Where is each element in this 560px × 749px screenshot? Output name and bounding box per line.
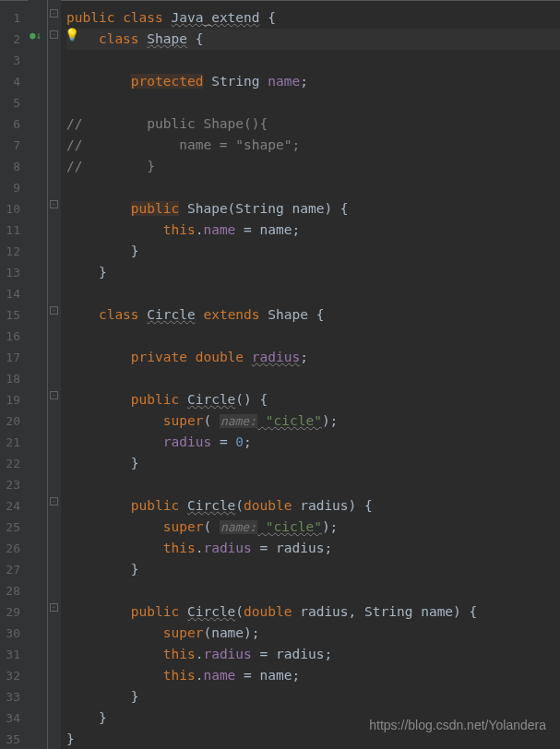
code-line[interactable]: this.name = name;: [66, 665, 560, 686]
line-number: 5: [0, 92, 28, 113]
code-line[interactable]: }: [66, 686, 560, 707]
fold-toggle-icon[interactable]: -: [50, 497, 58, 505]
line-number: 27: [0, 559, 28, 580]
code-line[interactable]: class Circle extends Shape {: [66, 304, 560, 326]
line-number: 13: [0, 262, 28, 283]
code-line[interactable]: }: [66, 262, 560, 283]
code-line[interactable]: super( name: "cicle");: [66, 410, 560, 432]
line-number: 25: [0, 517, 28, 538]
run-gutter-icon[interactable]: ●↓: [30, 30, 42, 42]
line-number: 6: [0, 113, 28, 135]
code-line[interactable]: this.name = name;: [66, 220, 560, 241]
code-line[interactable]: }: [66, 241, 560, 262]
code-line[interactable]: public Circle(double radius, String name…: [66, 601, 560, 623]
gutter-icons: ●↓: [28, 0, 48, 749]
code-line[interactable]: this.radius = radius;: [66, 644, 560, 665]
line-number: 22: [0, 453, 28, 474]
line-number: 4: [0, 71, 28, 92]
code-line[interactable]: // name = "shape";: [66, 135, 560, 156]
code-line[interactable]: [66, 92, 560, 113]
code-line[interactable]: // }: [66, 156, 560, 177]
line-number: 32: [0, 665, 28, 686]
line-number: 31: [0, 644, 28, 665]
code-area[interactable]: 💡 public class Java_extend { class Shape…: [61, 0, 560, 749]
code-line[interactable]: radius = 0;: [66, 432, 560, 453]
line-number: 28: [0, 580, 28, 601]
line-number: 3: [0, 50, 28, 71]
code-line[interactable]: // public Shape(){: [66, 113, 560, 135]
fold-toggle-icon[interactable]: -: [50, 306, 58, 315]
line-number: 19: [0, 389, 28, 410]
line-number: 15: [0, 304, 28, 326]
line-number: 20: [0, 410, 28, 432]
fold-toggle-icon[interactable]: -: [50, 30, 58, 39]
line-number: 21: [0, 432, 28, 453]
watermark-text: https://blog.csdn.net/Yolandera: [369, 718, 546, 732]
line-number: 18: [0, 368, 28, 389]
code-line[interactable]: public class Java_extend {: [66, 7, 560, 29]
code-line[interactable]: [66, 50, 560, 71]
lightbulb-icon[interactable]: 💡: [65, 28, 79, 42]
fold-toggle-icon[interactable]: -: [50, 9, 58, 18]
line-number: 9: [0, 177, 28, 198]
line-number: 23: [0, 474, 28, 495]
code-line[interactable]: super( name: "cicle");: [66, 517, 560, 538]
line-number: 17: [0, 347, 28, 368]
line-number: 12: [0, 241, 28, 262]
code-line[interactable]: [66, 326, 560, 347]
line-number: 34: [0, 707, 28, 729]
line-number: 10: [0, 198, 28, 220]
fold-gutter: - - - - - - -: [48, 0, 61, 749]
code-line[interactable]: this.radius = radius;: [66, 538, 560, 559]
code-line[interactable]: public Circle(double radius) {: [66, 495, 560, 517]
line-number: 29: [0, 601, 28, 623]
code-line[interactable]: }: [66, 559, 560, 580]
line-number: 8: [0, 156, 28, 177]
line-number: 11: [0, 220, 28, 241]
line-number: 7: [0, 135, 28, 156]
code-line[interactable]: public Shape(String name) {: [66, 198, 560, 220]
line-number: 16: [0, 326, 28, 347]
fold-toggle-icon[interactable]: -: [50, 200, 58, 208]
code-line[interactable]: [66, 474, 560, 495]
line-number: 14: [0, 283, 28, 304]
fold-toggle-icon[interactable]: -: [50, 391, 58, 399]
code-editor[interactable]: 1 2 3 4 5 6 7 8 9 10 11 12 13 14 15 16 1…: [0, 0, 560, 749]
code-line[interactable]: [66, 177, 560, 198]
code-line[interactable]: private double radius;: [66, 347, 560, 368]
fold-toggle-icon[interactable]: -: [50, 603, 58, 612]
code-line[interactable]: super(name);: [66, 623, 560, 644]
code-line[interactable]: [66, 580, 560, 601]
line-number: 24: [0, 495, 28, 517]
line-number: 35: [0, 729, 28, 749]
line-number: 33: [0, 686, 28, 707]
code-line[interactable]: protected String name;: [66, 71, 560, 92]
line-number: 1: [0, 7, 28, 29]
line-number: 2: [0, 29, 28, 50]
code-line[interactable]: }: [66, 453, 560, 474]
code-line[interactable]: public Circle() {: [66, 389, 560, 410]
line-number: 26: [0, 538, 28, 559]
code-line[interactable]: [66, 368, 560, 389]
code-line[interactable]: class Shape {: [66, 29, 560, 50]
line-number-gutter: 1 2 3 4 5 6 7 8 9 10 11 12 13 14 15 16 1…: [0, 0, 28, 749]
line-number: 30: [0, 623, 28, 644]
code-line[interactable]: [66, 283, 560, 304]
